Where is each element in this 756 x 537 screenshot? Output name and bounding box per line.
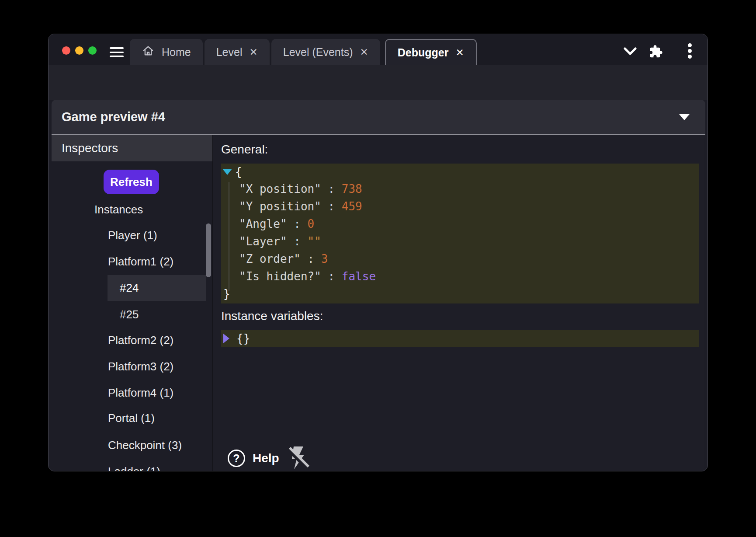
general-section-label: General: <box>221 143 268 157</box>
json-key: "Is hidden?" <box>239 270 321 283</box>
empty-object-value: {} <box>236 332 250 345</box>
instance-variables-label: Instance variables: <box>221 309 323 323</box>
desktop-background: Home Level ✕ Level (Events) ✕ Debugger ✕ <box>0 0 756 537</box>
json-value: 738 <box>342 182 362 195</box>
sidebar-item-platform2[interactable]: Platform2 (2) <box>108 334 173 347</box>
json-row-y-position: "Y position" : 459 <box>221 198 699 215</box>
inspectors-sidebar: Inspectors Refresh Instances Player (1) … <box>52 135 213 471</box>
tab-label: Debugger <box>398 46 449 59</box>
json-key: "Z order" <box>239 252 301 265</box>
sidebar-item-portal[interactable]: Portal (1) <box>108 411 155 425</box>
json-key: "Angle" <box>239 217 287 230</box>
sidebar-item-platform3[interactable]: Platform3 (2) <box>108 360 173 373</box>
inspector-detail-panel: General: { "X position" : 738 "Y positio… <box>213 135 704 471</box>
zoom-window-button[interactable] <box>88 46 97 55</box>
debugger-toolbar: Pause <box>49 65 707 100</box>
json-row-angle: "Angle" : 0 <box>221 215 699 233</box>
sidebar-item-checkpoint[interactable]: Checkpoint (3) <box>108 439 182 452</box>
chevron-down-icon[interactable] <box>624 47 637 58</box>
tab-debugger[interactable]: Debugger ✕ <box>385 39 477 65</box>
minimize-window-button[interactable] <box>75 46 83 55</box>
title-bar: Home Level ✕ Level (Events) ✕ Debugger ✕ <box>49 34 707 65</box>
json-value: "" <box>308 235 321 248</box>
sidebar-header-label: Inspectors <box>62 141 118 155</box>
indent-guide-line <box>229 182 229 291</box>
json-value: 3 <box>321 252 328 265</box>
json-key: "Y position" <box>239 200 321 213</box>
flash-off-icon[interactable] <box>287 445 309 471</box>
kebab-menu-icon[interactable] <box>688 43 692 59</box>
sidebar-body: Refresh Instances Player (1) Platform1 (… <box>52 161 212 471</box>
tab-strip: Home Level ✕ Level (Events) ✕ Debugger ✕ <box>130 39 477 65</box>
tree-expand-caret-icon[interactable] <box>223 334 229 343</box>
tab-home[interactable]: Home <box>130 39 203 65</box>
game-preview-title: Game preview #4 <box>62 110 165 124</box>
refresh-button[interactable]: Refresh <box>104 170 159 194</box>
puzzle-extensions-icon[interactable] <box>649 45 663 60</box>
sidebar-item-label: #24 <box>120 281 139 295</box>
game-preview-selector[interactable]: Game preview #4 <box>52 100 705 135</box>
hamburger-menu-icon[interactable] <box>110 47 124 58</box>
json-value: 0 <box>308 217 315 230</box>
help-button[interactable]: ? Help <box>228 448 279 469</box>
json-row-z-order: "Z order" : 3 <box>221 250 699 268</box>
close-window-button[interactable] <box>62 46 70 55</box>
json-value: false <box>342 270 376 283</box>
close-icon[interactable]: ✕ <box>249 47 257 57</box>
tab-label: Level (Events) <box>283 46 353 59</box>
tab-level[interactable]: Level ✕ <box>205 39 270 65</box>
tree-collapse-caret-icon[interactable] <box>222 169 232 175</box>
sidebar-item-24-selected[interactable]: #24 <box>108 275 206 301</box>
json-value: 459 <box>342 200 362 213</box>
open-brace: { <box>235 163 242 181</box>
sidebar-item-25[interactable]: #25 <box>120 308 139 321</box>
tab-level-events[interactable]: Level (Events) ✕ <box>271 39 380 65</box>
tab-label: Home <box>162 46 191 59</box>
help-button-label: Help <box>253 451 279 465</box>
tab-label: Level <box>216 46 243 59</box>
sidebar-scrollbar-thumb[interactable] <box>206 223 211 277</box>
sidebar-item-platform4[interactable]: Platform4 (1) <box>108 386 173 399</box>
instance-variables-json-panel: {} <box>221 330 699 347</box>
caret-down-icon <box>679 114 690 120</box>
sidebar-item-platform1[interactable]: Platform1 (2) <box>108 255 173 268</box>
json-row-layer: "Layer" : "" <box>221 233 699 250</box>
sidebar-item-player[interactable]: Player (1) <box>108 229 157 242</box>
json-row-is-hidden: "Is hidden?" : false <box>221 268 699 285</box>
sidebar-item-ladder[interactable]: Ladder (1) <box>108 465 160 471</box>
question-circle-icon: ? <box>228 450 245 467</box>
json-key: "Layer" <box>239 235 287 248</box>
app-window: Home Level ✕ Level (Events) ✕ Debugger ✕ <box>48 34 708 471</box>
sidebar-header: Inspectors <box>52 135 212 161</box>
general-json-panel: { "X position" : 738 "Y position" : 459 … <box>221 164 699 303</box>
json-key: "X position" <box>239 182 321 195</box>
json-row-x-position: "X position" : 738 <box>221 180 699 198</box>
close-icon[interactable]: ✕ <box>360 47 368 57</box>
close-icon[interactable]: ✕ <box>456 48 464 58</box>
sidebar-item-instances[interactable]: Instances <box>94 203 143 216</box>
home-icon <box>142 44 155 60</box>
